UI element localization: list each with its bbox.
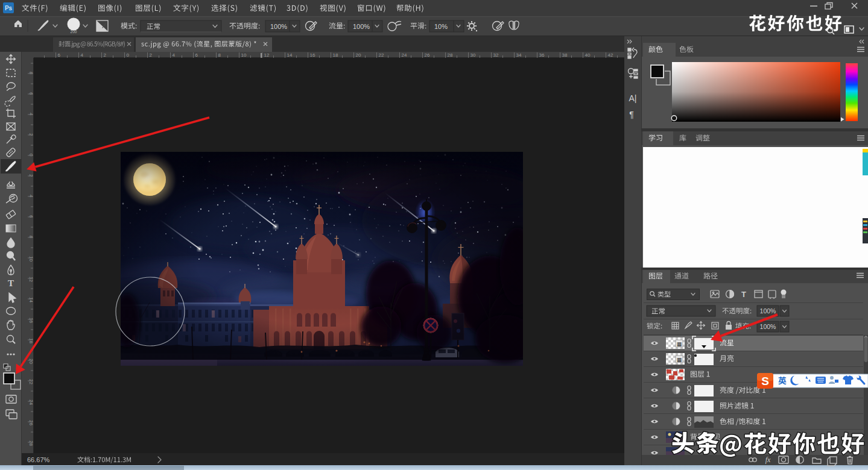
svg-text:▦: ▦ [677, 357, 682, 363]
svg-text:T: T [741, 290, 746, 299]
svg-text:18: 18 [28, 338, 34, 343]
svg-text:6: 6 [195, 52, 198, 58]
svg-text:14: 14 [287, 52, 293, 58]
svg-text:▦: ▦ [677, 341, 682, 347]
svg-text:14: 14 [28, 297, 34, 302]
svg-text:22: 22 [379, 52, 384, 58]
svg-text:¶: ¶ [629, 110, 634, 119]
svg-text:20: 20 [356, 52, 361, 58]
svg-text:A|: A| [629, 93, 637, 103]
svg-text:0: 0 [127, 52, 130, 58]
svg-text:42: 42 [608, 52, 613, 58]
svg-text:10: 10 [28, 256, 34, 262]
svg-text:28: 28 [28, 440, 34, 446]
svg-text:100%: 100% [353, 23, 370, 30]
svg-text:12: 12 [28, 277, 34, 282]
svg-text:26: 26 [28, 420, 34, 425]
svg-text:4: 4 [173, 52, 176, 58]
svg-text:32: 32 [493, 52, 499, 58]
svg-text:30: 30 [470, 52, 476, 58]
svg-text:2: 2 [150, 52, 153, 58]
svg-text:36: 36 [539, 52, 545, 58]
svg-text:10: 10 [241, 52, 247, 58]
svg-text:22: 22 [28, 379, 34, 384]
svg-text:18: 18 [333, 52, 338, 58]
svg-text:T: T [8, 278, 14, 288]
svg-text:20: 20 [28, 359, 34, 364]
svg-text:Ps: Ps [5, 5, 13, 11]
svg-text:38: 38 [562, 52, 568, 58]
svg-text:200: 200 [71, 30, 77, 34]
svg-text:24: 24 [28, 400, 34, 405]
svg-text:fx: fx [765, 456, 771, 464]
svg-text:100%: 100% [270, 23, 287, 30]
svg-text:66.67%: 66.67% [27, 456, 50, 463]
svg-text:100%: 100% [760, 323, 776, 330]
svg-text:10%: 10% [434, 23, 448, 30]
svg-text:34: 34 [516, 52, 522, 58]
svg-text:4: 4 [81, 52, 84, 58]
svg-text:24: 24 [402, 52, 407, 58]
svg-text:28: 28 [448, 52, 453, 58]
svg-text:2: 2 [104, 52, 107, 58]
svg-text:8: 8 [218, 52, 221, 58]
svg-text:100%: 100% [760, 307, 776, 315]
svg-text:S: S [761, 375, 769, 387]
svg-text:40: 40 [585, 52, 591, 58]
svg-text:16: 16 [28, 318, 34, 323]
svg-text:26: 26 [425, 52, 430, 58]
svg-text:6: 6 [58, 52, 61, 58]
svg-text:12: 12 [264, 52, 270, 58]
svg-text:16: 16 [310, 52, 315, 58]
